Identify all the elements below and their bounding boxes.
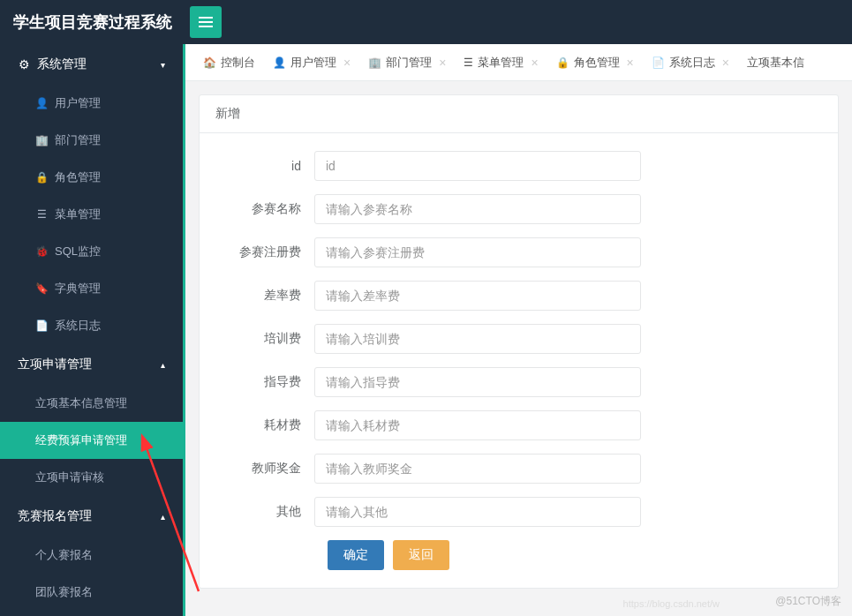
tab-dept[interactable]: 🏢部门管理× (359, 44, 455, 81)
form-row-id: id (217, 151, 820, 181)
sidebar-item-user[interactable]: 👤用户管理 (0, 85, 183, 122)
building-icon: 🏢 (35, 134, 48, 146)
form-label: 差率费 (217, 288, 314, 304)
tab-label: 用户管理 (290, 55, 336, 71)
sidebar-item-label: 立项申请审核 (35, 470, 104, 485)
sidebar-item-dept[interactable]: 🏢部门管理 (0, 122, 183, 159)
tab-label: 控制台 (221, 55, 255, 71)
sidebar-item-label: 经费预算申请管理 (35, 432, 127, 448)
menu-group-label: 系统管理 (37, 56, 87, 72)
app-header: 学生项目竞赛过程系统 (0, 0, 852, 44)
user-icon: 👤 (35, 97, 48, 109)
user-icon: 👤 (273, 56, 286, 69)
sidebar-item-log[interactable]: 📄系统日志 (0, 307, 183, 344)
form-label: 参赛名称 (217, 201, 314, 217)
menu-header-system[interactable]: ⚙系统管理 ▾ (0, 44, 183, 85)
tab-label: 立项基本信 (747, 55, 804, 71)
sidebar-item-budget[interactable]: 经费预算申请管理 (0, 422, 183, 459)
sidebar-item-menu[interactable]: ☰菜单管理 (0, 196, 183, 233)
tab-bar: 🏠控制台 👤用户管理× 🏢部门管理× ☰菜单管理× 🔒角色管理× 📄系统日志× … (185, 44, 852, 81)
menu-group-signup: 竞赛报名管理 ▴ 个人赛报名 团队赛报名 (0, 496, 183, 611)
form-row-name: 参赛名称 (217, 194, 820, 224)
main-area: 🏠控制台 👤用户管理× 🏢部门管理× ☰菜单管理× 🔒角色管理× 📄系统日志× … (185, 44, 852, 616)
sidebar-item-sql[interactable]: 🐞SQL监控 (0, 233, 183, 270)
building-icon: 🏢 (368, 56, 381, 69)
form-row-guidefee: 指导费 (217, 367, 820, 397)
bookmark-icon: 🔖 (35, 282, 48, 295)
back-button[interactable]: 返回 (393, 540, 449, 570)
other-input[interactable] (314, 497, 641, 527)
form-label: id (217, 159, 314, 173)
form-label: 培训费 (217, 331, 314, 347)
home-icon: 🏠 (203, 56, 216, 69)
menu-header-signup[interactable]: 竞赛报名管理 ▴ (0, 496, 183, 537)
chevron-down-icon: ▾ (161, 60, 165, 70)
sidebar-item-label: 部门管理 (55, 132, 101, 148)
sidebar-item-label: 菜单管理 (55, 207, 101, 222)
close-icon[interactable]: × (439, 56, 446, 70)
sidebar-item-review[interactable]: 立项申请审核 (0, 459, 183, 496)
sidebar: ⚙系统管理 ▾ 👤用户管理 🏢部门管理 🔒角色管理 ☰菜单管理 🐞SQL监控 🔖… (0, 44, 185, 616)
menu-group-label: 竞赛报名管理 (18, 508, 92, 524)
bars-icon (199, 17, 213, 27)
menu-group-apply: 立项申请管理 ▴ 立项基本信息管理 经费预算申请管理 立项申请审核 (0, 344, 183, 496)
tab-baseinfo[interactable]: 立项基本信 (738, 44, 813, 81)
tab-log[interactable]: 📄系统日志× (643, 44, 738, 81)
tab-label: 菜单管理 (478, 55, 524, 71)
sidebar-toggle-button[interactable] (190, 6, 222, 38)
id-input[interactable] (314, 151, 641, 181)
panel-title: 新增 (200, 95, 838, 133)
tab-console[interactable]: 🏠控制台 (194, 44, 264, 81)
guidefee-input[interactable] (314, 367, 641, 397)
travelfee-input[interactable] (314, 281, 641, 311)
sidebar-item-label: SQL监控 (55, 244, 101, 259)
close-icon[interactable]: × (531, 56, 538, 70)
file-icon: 📄 (35, 319, 48, 332)
regfee-input[interactable] (314, 237, 641, 267)
sidebar-item-label: 系统日志 (55, 318, 101, 334)
sidebar-item-label: 个人赛报名 (35, 547, 93, 563)
sidebar-item-role[interactable]: 🔒角色管理 (0, 159, 183, 196)
form-row-travelfee: 差率费 (217, 281, 820, 311)
tab-label: 系统日志 (669, 55, 715, 71)
tab-role[interactable]: 🔒角色管理× (547, 44, 643, 81)
form-label: 其他 (217, 504, 314, 520)
trainfee-input[interactable] (314, 324, 641, 354)
sidebar-item-personal[interactable]: 个人赛报名 (0, 537, 183, 574)
sidebar-item-label: 字典管理 (55, 281, 101, 297)
tab-label: 角色管理 (574, 55, 620, 71)
teacherbonus-input[interactable] (314, 454, 641, 484)
sidebar-item-team[interactable]: 团队赛报名 (0, 574, 183, 611)
list-icon: ☰ (464, 56, 473, 69)
tab-user[interactable]: 👤用户管理× (264, 44, 359, 81)
form-row-teacherbonus: 教师奖金 (217, 454, 820, 484)
tab-menu[interactable]: ☰菜单管理× (455, 44, 547, 81)
file-icon: 📄 (652, 56, 665, 69)
sidebar-item-label: 团队赛报名 (35, 584, 93, 600)
app-title: 学生项目竞赛过程系统 (13, 11, 172, 33)
close-icon[interactable]: × (343, 56, 351, 70)
lock-icon: 🔒 (556, 56, 569, 69)
lock-icon: 🔒 (35, 171, 48, 184)
form-row-materialfee: 耗材费 (217, 410, 820, 440)
form-panel: 新增 id 参赛名称 参赛注册费 (199, 94, 839, 589)
form-row-trainfee: 培训费 (217, 324, 820, 354)
form-row-regfee: 参赛注册费 (217, 237, 820, 267)
close-icon[interactable]: × (722, 56, 729, 70)
menu-header-apply[interactable]: 立项申请管理 ▴ (0, 344, 183, 385)
sidebar-item-label: 立项基本信息管理 (35, 395, 127, 411)
sidebar-item-baseinfo[interactable]: 立项基本信息管理 (0, 385, 183, 422)
form-label: 教师奖金 (217, 461, 314, 477)
sidebar-item-label: 角色管理 (55, 169, 101, 185)
close-icon[interactable]: × (627, 56, 634, 70)
sidebar-item-label: 用户管理 (55, 95, 101, 111)
name-input[interactable] (314, 194, 641, 224)
sidebar-item-dict[interactable]: 🔖字典管理 (0, 270, 183, 307)
submit-button[interactable]: 确定 (328, 540, 384, 570)
panel-body: id 参赛名称 参赛注册费 差率费 (200, 133, 838, 588)
bug-icon: 🐞 (35, 245, 48, 258)
tab-label: 部门管理 (386, 55, 432, 71)
form-label: 指导费 (217, 374, 314, 390)
menu-group-label: 立项申请管理 (18, 357, 92, 372)
materialfee-input[interactable] (314, 410, 641, 440)
